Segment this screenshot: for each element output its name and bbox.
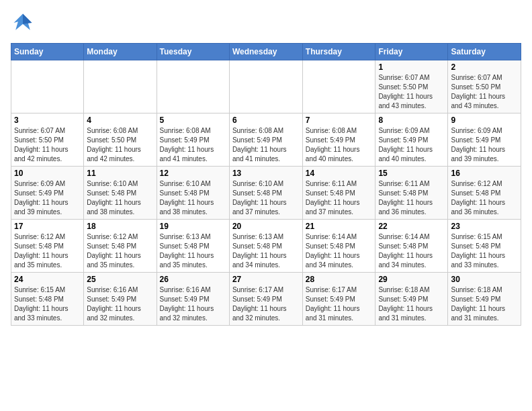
calendar-cell: 29Sunrise: 6:18 AM Sunset: 5:49 PM Dayli… bbox=[375, 273, 448, 326]
day-info: Sunrise: 6:13 AM Sunset: 5:48 PM Dayligh… bbox=[232, 232, 300, 270]
day-number: 25 bbox=[87, 275, 153, 284]
day-number: 1 bbox=[378, 62, 445, 72]
calendar-cell bbox=[84, 60, 157, 113]
calendar-week-row: 3Sunrise: 6:07 AM Sunset: 5:50 PM Daylig… bbox=[11, 113, 521, 167]
day-info: Sunrise: 6:12 AM Sunset: 5:48 PM Dayligh… bbox=[451, 179, 518, 217]
calendar-cell bbox=[11, 60, 84, 113]
calendar-cell: 1Sunrise: 6:07 AM Sunset: 5:50 PM Daylig… bbox=[375, 60, 448, 113]
calendar-cell: 9Sunrise: 6:09 AM Sunset: 5:49 PM Daylig… bbox=[448, 113, 521, 167]
day-info: Sunrise: 6:08 AM Sunset: 5:49 PM Dayligh… bbox=[306, 126, 373, 164]
day-info: Sunrise: 6:16 AM Sunset: 5:49 PM Dayligh… bbox=[160, 285, 226, 323]
calendar-cell: 20Sunrise: 6:13 AM Sunset: 5:48 PM Dayli… bbox=[229, 220, 302, 273]
day-number: 5 bbox=[160, 116, 226, 125]
day-number: 14 bbox=[306, 169, 373, 178]
day-number: 29 bbox=[378, 275, 445, 284]
day-number: 11 bbox=[87, 169, 153, 178]
calendar-cell bbox=[302, 60, 375, 113]
calendar-cell: 30Sunrise: 6:18 AM Sunset: 5:49 PM Dayli… bbox=[448, 273, 521, 326]
day-info: Sunrise: 6:09 AM Sunset: 5:49 PM Dayligh… bbox=[14, 179, 81, 217]
day-info: Sunrise: 6:10 AM Sunset: 5:48 PM Dayligh… bbox=[232, 179, 300, 217]
calendar-body: 1Sunrise: 6:07 AM Sunset: 5:50 PM Daylig… bbox=[11, 60, 521, 326]
day-number: 16 bbox=[451, 169, 518, 178]
calendar-cell: 11Sunrise: 6:10 AM Sunset: 5:48 PM Dayli… bbox=[84, 167, 157, 220]
day-number: 15 bbox=[378, 169, 445, 178]
calendar-week-row: 24Sunrise: 6:15 AM Sunset: 5:48 PM Dayli… bbox=[11, 273, 521, 326]
day-info: Sunrise: 6:07 AM Sunset: 5:50 PM Dayligh… bbox=[14, 126, 81, 164]
calendar-cell: 13Sunrise: 6:10 AM Sunset: 5:48 PM Dayli… bbox=[229, 167, 302, 220]
day-info: Sunrise: 6:10 AM Sunset: 5:48 PM Dayligh… bbox=[87, 179, 153, 217]
weekday-header-saturday: Saturday bbox=[448, 44, 521, 60]
weekday-header-friday: Friday bbox=[375, 44, 448, 60]
day-info: Sunrise: 6:08 AM Sunset: 5:49 PM Dayligh… bbox=[160, 126, 226, 164]
day-info: Sunrise: 6:12 AM Sunset: 5:48 PM Dayligh… bbox=[14, 232, 81, 270]
calendar-cell: 7Sunrise: 6:08 AM Sunset: 5:49 PM Daylig… bbox=[302, 113, 375, 167]
day-info: Sunrise: 6:10 AM Sunset: 5:48 PM Dayligh… bbox=[160, 179, 226, 217]
day-info: Sunrise: 6:12 AM Sunset: 5:48 PM Dayligh… bbox=[87, 232, 153, 270]
day-number: 13 bbox=[232, 169, 300, 178]
day-info: Sunrise: 6:18 AM Sunset: 5:49 PM Dayligh… bbox=[451, 285, 518, 323]
calendar-week-row: 10Sunrise: 6:09 AM Sunset: 5:49 PM Dayli… bbox=[11, 167, 521, 220]
calendar-cell: 8Sunrise: 6:09 AM Sunset: 5:49 PM Daylig… bbox=[375, 113, 448, 167]
calendar-cell: 26Sunrise: 6:16 AM Sunset: 5:49 PM Dayli… bbox=[157, 273, 229, 326]
day-number: 8 bbox=[378, 116, 445, 125]
svg-marker-1 bbox=[23, 14, 32, 24]
calendar-cell: 25Sunrise: 6:16 AM Sunset: 5:49 PM Dayli… bbox=[84, 273, 157, 326]
day-number: 7 bbox=[306, 116, 373, 125]
calendar-cell: 4Sunrise: 6:08 AM Sunset: 5:50 PM Daylig… bbox=[84, 113, 157, 167]
calendar-cell: 5Sunrise: 6:08 AM Sunset: 5:49 PM Daylig… bbox=[157, 113, 229, 167]
calendar-cell: 28Sunrise: 6:17 AM Sunset: 5:49 PM Dayli… bbox=[302, 273, 375, 326]
day-info: Sunrise: 6:14 AM Sunset: 5:48 PM Dayligh… bbox=[378, 232, 445, 270]
day-number: 19 bbox=[160, 222, 226, 231]
day-number: 18 bbox=[87, 222, 153, 231]
calendar-cell: 17Sunrise: 6:12 AM Sunset: 5:48 PM Dayli… bbox=[11, 220, 84, 273]
day-number: 23 bbox=[451, 222, 518, 231]
calendar-cell: 15Sunrise: 6:11 AM Sunset: 5:48 PM Dayli… bbox=[375, 167, 448, 220]
page-header bbox=[11, 11, 521, 35]
day-number: 2 bbox=[451, 62, 518, 72]
day-number: 10 bbox=[14, 169, 81, 178]
calendar-cell: 16Sunrise: 6:12 AM Sunset: 5:48 PM Dayli… bbox=[448, 167, 521, 220]
day-number: 9 bbox=[451, 116, 518, 125]
calendar-cell: 10Sunrise: 6:09 AM Sunset: 5:49 PM Dayli… bbox=[11, 167, 84, 220]
calendar-cell: 14Sunrise: 6:11 AM Sunset: 5:48 PM Dayli… bbox=[302, 167, 375, 220]
day-number: 12 bbox=[160, 169, 226, 178]
calendar-cell: 21Sunrise: 6:14 AM Sunset: 5:48 PM Dayli… bbox=[302, 220, 375, 273]
weekday-header-tuesday: Tuesday bbox=[157, 44, 229, 60]
day-info: Sunrise: 6:07 AM Sunset: 5:50 PM Dayligh… bbox=[378, 73, 445, 111]
calendar-cell: 23Sunrise: 6:15 AM Sunset: 5:48 PM Dayli… bbox=[448, 220, 521, 273]
day-info: Sunrise: 6:09 AM Sunset: 5:49 PM Dayligh… bbox=[378, 126, 445, 164]
calendar-table: SundayMondayTuesdayWednesdayThursdayFrid… bbox=[11, 43, 521, 326]
day-info: Sunrise: 6:13 AM Sunset: 5:48 PM Dayligh… bbox=[160, 232, 226, 270]
calendar-week-row: 17Sunrise: 6:12 AM Sunset: 5:48 PM Dayli… bbox=[11, 220, 521, 273]
day-info: Sunrise: 6:17 AM Sunset: 5:49 PM Dayligh… bbox=[232, 285, 300, 323]
day-info: Sunrise: 6:08 AM Sunset: 5:49 PM Dayligh… bbox=[232, 126, 300, 164]
calendar-cell: 12Sunrise: 6:10 AM Sunset: 5:48 PM Dayli… bbox=[157, 167, 229, 220]
day-info: Sunrise: 6:17 AM Sunset: 5:49 PM Dayligh… bbox=[306, 285, 373, 323]
day-number: 17 bbox=[14, 222, 81, 231]
weekday-header-sunday: Sunday bbox=[11, 44, 84, 60]
day-info: Sunrise: 6:11 AM Sunset: 5:48 PM Dayligh… bbox=[378, 179, 445, 217]
calendar-cell: 27Sunrise: 6:17 AM Sunset: 5:49 PM Dayli… bbox=[229, 273, 302, 326]
day-info: Sunrise: 6:15 AM Sunset: 5:48 PM Dayligh… bbox=[451, 232, 518, 270]
day-info: Sunrise: 6:14 AM Sunset: 5:48 PM Dayligh… bbox=[306, 232, 373, 270]
day-number: 3 bbox=[14, 116, 81, 125]
weekday-header-row: SundayMondayTuesdayWednesdayThursdayFrid… bbox=[11, 44, 521, 60]
weekday-header-monday: Monday bbox=[84, 44, 157, 60]
calendar-header: SundayMondayTuesdayWednesdayThursdayFrid… bbox=[11, 44, 521, 60]
day-info: Sunrise: 6:11 AM Sunset: 5:48 PM Dayligh… bbox=[306, 179, 373, 217]
calendar-cell: 22Sunrise: 6:14 AM Sunset: 5:48 PM Dayli… bbox=[375, 220, 448, 273]
day-number: 4 bbox=[87, 116, 153, 125]
day-number: 28 bbox=[306, 275, 373, 284]
day-number: 24 bbox=[14, 275, 81, 284]
day-number: 26 bbox=[160, 275, 226, 284]
day-info: Sunrise: 6:15 AM Sunset: 5:48 PM Dayligh… bbox=[14, 285, 81, 323]
day-info: Sunrise: 6:18 AM Sunset: 5:49 PM Dayligh… bbox=[378, 285, 445, 323]
day-number: 20 bbox=[232, 222, 300, 231]
calendar-cell bbox=[229, 60, 302, 113]
calendar-week-row: 1Sunrise: 6:07 AM Sunset: 5:50 PM Daylig… bbox=[11, 60, 521, 113]
weekday-header-wednesday: Wednesday bbox=[229, 44, 302, 60]
day-info: Sunrise: 6:07 AM Sunset: 5:50 PM Dayligh… bbox=[451, 73, 518, 111]
calendar-cell: 18Sunrise: 6:12 AM Sunset: 5:48 PM Dayli… bbox=[84, 220, 157, 273]
day-number: 22 bbox=[378, 222, 445, 231]
calendar-cell: 6Sunrise: 6:08 AM Sunset: 5:49 PM Daylig… bbox=[229, 113, 302, 167]
